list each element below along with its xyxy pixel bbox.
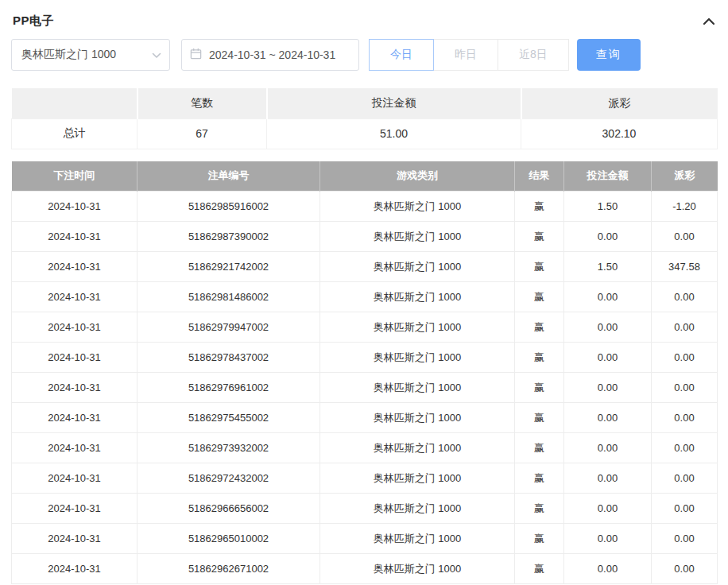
cell-bet-amount: 1.50 <box>564 192 652 222</box>
cell-bet-time: 2024-10-31 <box>12 252 137 282</box>
cell-payout: 0.00 <box>652 373 718 403</box>
column-header-bet-amount: 投注金额 <box>564 161 652 192</box>
column-header-payout: 派彩 <box>652 161 718 192</box>
cell-order-number: 51862966656002 <box>137 494 320 524</box>
cell-payout: 0.00 <box>652 282 718 312</box>
cell-bet-amount: 0.00 <box>564 494 652 524</box>
summary-total-bet-amount: 51.00 <box>267 118 521 149</box>
cell-payout: 0.00 <box>652 222 718 252</box>
cell-bet-amount: 0.00 <box>564 403 652 433</box>
pp-games-panel: PP电子 奥林匹斯之门 1000 2024-10-31 ~ 2024-10-31… <box>0 0 728 584</box>
cell-result: 赢 <box>515 252 564 282</box>
quick-button-today[interactable]: 今日 <box>369 39 434 71</box>
summary-total-row: 总计 67 51.00 302.10 <box>12 118 718 149</box>
cell-bet-amount: 0.00 <box>564 433 652 463</box>
column-header-bet-time: 下注时间 <box>12 161 137 192</box>
cell-payout: 0.00 <box>652 343 718 373</box>
cell-result: 赢 <box>515 373 564 403</box>
collapse-chevron-up-icon[interactable] <box>703 17 715 26</box>
cell-order-number: 51862965010002 <box>137 524 320 554</box>
cell-game-type: 奥林匹斯之门 1000 <box>320 403 515 433</box>
summary-total-payout: 302.10 <box>521 118 718 149</box>
cell-payout: 0.00 <box>652 554 718 584</box>
cell-payout: 0.00 <box>652 494 718 524</box>
cell-game-type: 奥林匹斯之门 1000 <box>320 343 515 373</box>
bet-table-body: 2024-10-31 51862985916002 奥林匹斯之门 1000 赢 … <box>12 192 718 584</box>
cell-game-type: 奥林匹斯之门 1000 <box>320 252 515 282</box>
cell-result: 赢 <box>515 554 564 584</box>
cell-payout: -1.20 <box>652 192 718 222</box>
cell-order-number: 51862978437002 <box>137 343 320 373</box>
table-row: 2024-10-31 51862987390002 奥林匹斯之门 1000 赢 … <box>12 222 718 252</box>
cell-order-number: 51862921742002 <box>137 252 320 282</box>
summary-total-label: 总计 <box>12 118 137 149</box>
cell-bet-amount: 0.00 <box>564 373 652 403</box>
cell-payout: 0.00 <box>652 403 718 433</box>
table-row: 2024-10-31 51862981486002 奥林匹斯之门 1000 赢 … <box>12 282 718 312</box>
cell-result: 赢 <box>515 403 564 433</box>
cell-result: 赢 <box>515 222 564 252</box>
cell-order-number: 51862975455002 <box>137 403 320 433</box>
table-row: 2024-10-31 51862973932002 奥林匹斯之门 1000 赢 … <box>12 433 718 463</box>
calendar-icon <box>190 48 202 62</box>
cell-bet-time: 2024-10-31 <box>12 403 137 433</box>
table-row: 2024-10-31 51862976961002 奥林匹斯之门 1000 赢 … <box>12 373 718 403</box>
cell-payout: 0.00 <box>652 524 718 554</box>
quick-button-yesterday[interactable]: 昨日 <box>433 39 498 71</box>
cell-payout: 347.58 <box>652 252 718 282</box>
cell-bet-time: 2024-10-31 <box>12 433 137 463</box>
cell-bet-time: 2024-10-31 <box>12 373 137 403</box>
table-row: 2024-10-31 51862979947002 奥林匹斯之门 1000 赢 … <box>12 312 718 343</box>
table-row: 2024-10-31 51862921742002 奥林匹斯之门 1000 赢 … <box>12 252 718 282</box>
cell-game-type: 奥林匹斯之门 1000 <box>320 282 515 312</box>
cell-order-number: 51862962671002 <box>137 554 320 584</box>
table-row: 2024-10-31 51862978437002 奥林匹斯之门 1000 赢 … <box>12 343 718 373</box>
table-row: 2024-10-31 51862962671002 奥林匹斯之门 1000 赢 … <box>12 554 718 584</box>
table-row: 2024-10-31 51862975455002 奥林匹斯之门 1000 赢 … <box>12 403 718 433</box>
summary-header-payout: 派彩 <box>521 88 718 118</box>
cell-bet-amount: 0.00 <box>564 312 652 343</box>
cell-result: 赢 <box>515 192 564 222</box>
cell-bet-time: 2024-10-31 <box>12 463 137 494</box>
column-header-game-type: 游戏类别 <box>320 161 515 192</box>
cell-game-type: 奥林匹斯之门 1000 <box>320 222 515 252</box>
quick-button-last8days[interactable]: 近8日 <box>498 39 569 71</box>
cell-bet-time: 2024-10-31 <box>12 192 137 222</box>
cell-result: 赢 <box>515 343 564 373</box>
bet-records-table: 下注时间 注单编号 游戏类别 结果 投注金额 派彩 2024-10-31 518… <box>11 161 718 585</box>
game-select-value: 奥林匹斯之门 1000 <box>21 48 116 62</box>
column-header-order-number: 注单编号 <box>137 161 320 192</box>
cell-bet-amount: 0.00 <box>564 463 652 494</box>
cell-game-type: 奥林匹斯之门 1000 <box>320 524 515 554</box>
cell-bet-amount: 0.00 <box>564 554 652 584</box>
cell-bet-time: 2024-10-31 <box>12 554 137 584</box>
chevron-down-icon <box>152 48 161 61</box>
cell-payout: 0.00 <box>652 433 718 463</box>
cell-order-number: 51862979947002 <box>137 312 320 343</box>
cell-bet-amount: 1.50 <box>564 252 652 282</box>
query-button[interactable]: 查询 <box>577 39 641 71</box>
cell-payout: 0.00 <box>652 312 718 343</box>
cell-game-type: 奥林匹斯之门 1000 <box>320 494 515 524</box>
cell-bet-amount: 0.00 <box>564 343 652 373</box>
table-row: 2024-10-31 51862965010002 奥林匹斯之门 1000 赢 … <box>12 524 718 554</box>
cell-game-type: 奥林匹斯之门 1000 <box>320 554 515 584</box>
cell-payout: 0.00 <box>652 463 718 494</box>
summary-total-count: 67 <box>137 118 267 149</box>
cell-result: 赢 <box>515 433 564 463</box>
table-row: 2024-10-31 51862966656002 奥林匹斯之门 1000 赢 … <box>12 494 718 524</box>
table-row: 2024-10-31 51862972432002 奥林匹斯之门 1000 赢 … <box>12 463 718 494</box>
column-header-result: 结果 <box>515 161 564 192</box>
cell-result: 赢 <box>515 463 564 494</box>
date-range-picker[interactable]: 2024-10-31 ~ 2024-10-31 <box>181 39 359 71</box>
game-select[interactable]: 奥林匹斯之门 1000 <box>11 39 170 71</box>
summary-table: 笔数 投注金额 派彩 总计 67 51.00 302.10 <box>11 88 718 149</box>
cell-order-number: 51862973932002 <box>137 433 320 463</box>
cell-bet-time: 2024-10-31 <box>12 494 137 524</box>
cell-order-number: 51862972432002 <box>137 463 320 494</box>
summary-header-blank <box>12 88 137 118</box>
cell-result: 赢 <box>515 282 564 312</box>
summary-header-bet-amount: 投注金额 <box>267 88 521 118</box>
cell-bet-amount: 0.00 <box>564 524 652 554</box>
cell-order-number: 51862987390002 <box>137 222 320 252</box>
